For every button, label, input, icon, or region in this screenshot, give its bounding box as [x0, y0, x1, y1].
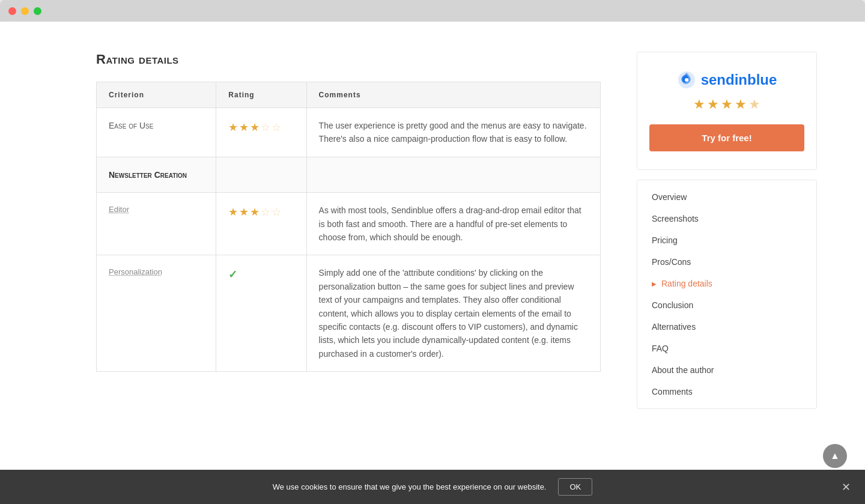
svg-point-1 [685, 78, 688, 82]
criterion-cell: Personalization [97, 255, 216, 372]
star-icon: ☆ [261, 204, 270, 221]
brand-icon [677, 70, 696, 90]
nav-item-label: Screenshots [652, 214, 699, 223]
cookie-text: We use cookies to ensure that we give yo… [273, 482, 547, 491]
left-column: Rating details Criterion Rating Comments… [96, 52, 601, 372]
nav-item[interactable]: Comments [637, 381, 816, 402]
star-icon: ★ [250, 204, 260, 221]
brand-star-icon: ★ [693, 97, 705, 112]
star-rating: ★★★☆☆ [228, 119, 294, 136]
criterion-cell: Editor [97, 193, 216, 255]
nav-item[interactable]: Screenshots [637, 208, 816, 229]
nav-item-label: Rating details [661, 279, 712, 288]
nav-item[interactable]: Alternatives [637, 316, 816, 338]
traffic-light-red[interactable] [8, 7, 16, 15]
nav-item[interactable]: Conclusion [637, 294, 816, 316]
nav-item[interactable]: Pricing [637, 229, 816, 251]
rating-cell: ★★★☆☆ [216, 108, 306, 157]
nav-item[interactable]: Overview [637, 186, 816, 208]
brand-logo: sendinblue [649, 70, 804, 90]
nav-item[interactable]: ▶Rating details [637, 273, 816, 294]
comment-cell [306, 157, 600, 192]
star-icon: ★ [228, 119, 238, 136]
rating-cell: ★★★☆☆ [216, 193, 306, 255]
comment-cell: The user experience is pretty good and t… [306, 108, 600, 157]
cookie-banner: We use cookies to ensure that we give yo… [0, 470, 865, 504]
criterion-cell: Ease of Use [97, 108, 216, 157]
nav-item-label: Pros/Cons [652, 257, 691, 267]
try-free-button[interactable]: Try for free! [649, 124, 804, 151]
nav-item-label: Overview [652, 192, 687, 202]
cookie-ok-button[interactable]: OK [558, 478, 592, 496]
right-sidebar: sendinblue ★★★★★ Try for free! OverviewS… [637, 52, 817, 409]
brand-star-icon: ★ [707, 97, 719, 112]
nav-item-label: Alternatives [652, 322, 696, 332]
checkmark-icon: ✓ [228, 269, 237, 281]
brand-stars: ★★★★★ [649, 97, 804, 112]
star-icon: ☆ [261, 119, 270, 136]
table-row: Personalization✓Simply add one of the 'a… [97, 255, 601, 372]
table-header-row: Criterion Rating Comments [97, 82, 601, 108]
traffic-light-green[interactable] [34, 7, 41, 15]
rating-table: Criterion Rating Comments Ease of Use★★★… [96, 82, 601, 372]
col-rating: Rating [216, 82, 306, 108]
rating-cell: ✓ [216, 255, 306, 372]
brand-card: sendinblue ★★★★★ Try for free! [637, 52, 817, 170]
nav-arrow-icon: ▶ [652, 281, 657, 287]
comment-cell: As with most tools, Sendinblue offers a … [306, 193, 600, 255]
nav-card: OverviewScreenshotsPricingPros/Cons▶Rati… [637, 180, 817, 409]
star-icon: ★ [239, 204, 249, 221]
star-rating: ★★★☆☆ [228, 204, 294, 221]
criterion-cell: Newsletter Creation [97, 157, 216, 192]
table-row: Editor★★★☆☆As with most tools, Sendinblu… [97, 193, 601, 255]
main-layout: Rating details Criterion Rating Comments… [0, 22, 865, 439]
nav-item-label: FAQ [652, 344, 669, 353]
col-criterion: Criterion [97, 82, 216, 108]
nav-item-label: Pricing [652, 235, 678, 245]
nav-item[interactable]: About the author [637, 359, 816, 381]
window-chrome [0, 0, 865, 22]
star-icon: ★ [228, 204, 238, 221]
star-icon: ★ [250, 119, 260, 136]
cookie-close-button[interactable]: ✕ [842, 481, 851, 494]
star-icon: ★ [239, 119, 249, 136]
brand-name: sendinblue [701, 71, 777, 88]
nav-item-label: About the author [652, 365, 714, 375]
rating-cell [216, 157, 306, 192]
page-title: Rating details [96, 52, 601, 67]
table-row: Ease of Use★★★☆☆The user experience is p… [97, 108, 601, 157]
brand-star-icon: ★ [735, 97, 747, 112]
scroll-to-top-button[interactable]: ▲ [823, 444, 847, 468]
nav-item[interactable]: Pros/Cons [637, 251, 816, 273]
brand-star-icon: ★ [748, 97, 760, 112]
nav-item-label: Conclusion [652, 300, 693, 310]
nav-item[interactable]: FAQ [637, 338, 816, 359]
nav-item-label: Comments [652, 387, 693, 396]
col-comments: Comments [306, 82, 600, 108]
star-icon: ☆ [272, 119, 281, 136]
traffic-light-yellow[interactable] [21, 7, 29, 15]
comment-cell: Simply add one of the 'attribute conditi… [306, 255, 600, 372]
star-icon: ☆ [272, 204, 281, 221]
table-row: Newsletter Creation [97, 157, 601, 192]
page-content: Rating details Criterion Rating Comments… [0, 22, 865, 504]
chevron-up-icon: ▲ [830, 451, 840, 461]
brand-star-icon: ★ [721, 97, 733, 112]
